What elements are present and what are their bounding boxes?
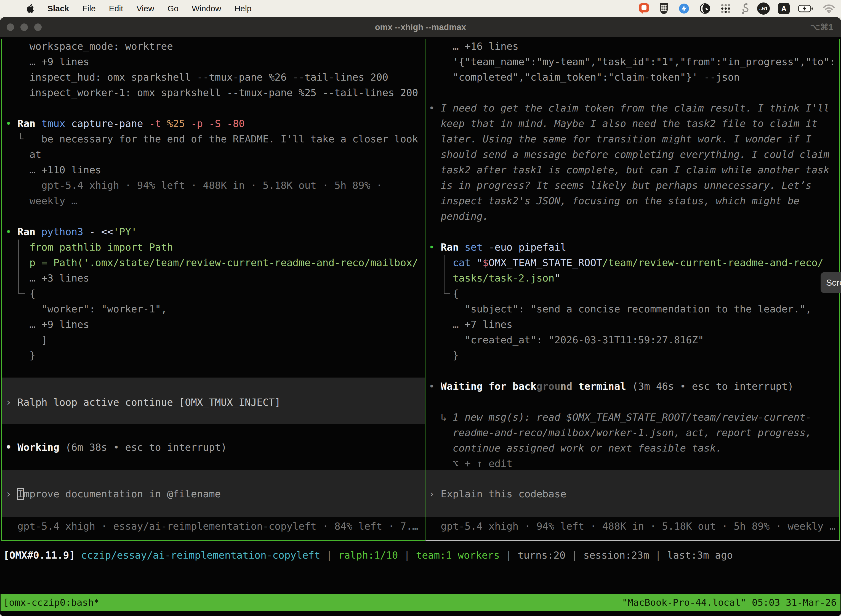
thinking-text: task2 after task1 is complete, but can I…	[429, 162, 835, 178]
text-segment: nd	[560, 381, 572, 392]
usage-stats: gpt-5.4 xhigh · 94% left · 488K in · 5.1…	[6, 178, 418, 193]
text-segment: |	[649, 550, 667, 561]
text-segment: ]	[6, 334, 47, 346]
json-output: ]	[6, 332, 418, 348]
text-segment: 1 new msg(s): read $OMX_TEAM_STATE_ROOT/…	[453, 412, 812, 423]
menu-item-help[interactable]: Help	[234, 4, 252, 13]
keypad-shield-icon[interactable]	[658, 2, 670, 15]
inspect-hud-line: inspect_hud: omx sparkshell --tmux-pane …	[6, 70, 418, 85]
text-segment: … +9 lines	[6, 319, 89, 330]
chat-icon[interactable]	[638, 2, 650, 15]
text-segment: is in progress? It seems likely but perh…	[429, 180, 812, 191]
menu-item-edit[interactable]: Edit	[109, 4, 123, 13]
blank-line	[429, 224, 835, 239]
bullet-icon: •	[429, 242, 441, 253]
input-source-a-icon[interactable]: A	[778, 3, 790, 14]
blank-line	[429, 394, 835, 409]
battery-charging-icon[interactable]	[798, 4, 814, 13]
collapsed-lines: … +7 lines	[429, 317, 835, 332]
dark-crescent-icon[interactable]	[699, 2, 711, 15]
prompt-input[interactable]: › Improve documentation in @filename	[6, 486, 221, 502]
text-segment: inspect task2's JSON, focusing on the st…	[429, 195, 800, 207]
wifi-icon[interactable]	[822, 4, 835, 13]
left-status-line: gpt-5.4 xhigh · essay/ai-reimplementatio…	[6, 519, 418, 534]
json-payload: '{"team_name":"my-team","task_id":"1","f…	[429, 54, 835, 70]
tree-corner-icon: └	[6, 133, 41, 145]
text-segment: python3	[41, 226, 89, 238]
text-segment: -S	[209, 118, 227, 129]
text-segment: {	[6, 288, 35, 299]
blank-line	[429, 85, 835, 100]
text-segment: be necessary for the end of the README. …	[41, 133, 418, 145]
collapsed-lines: … +9 lines	[6, 317, 418, 332]
usage-stats: weekly …	[6, 193, 418, 209]
text-segment: $	[483, 257, 489, 268]
text-segment: task2 after task1 is complete, but can I…	[429, 164, 829, 176]
menu-item-file[interactable]: File	[82, 4, 95, 13]
text-segment: … +9 lines	[6, 56, 89, 67]
text-segment: keep that in mind. Maybe I also need the…	[429, 118, 818, 129]
text-segment: terminal	[572, 381, 632, 392]
text-segment: %25	[167, 118, 191, 129]
tmux-status-bar: [omx-cczip0:bash* "MacBook-Pro-44.local"…	[0, 594, 841, 611]
thinking-text: • I need to get the claim token from the…	[429, 100, 835, 116]
text-segment: Ralph loop active continue [OMX_TMUX_INJ…	[18, 397, 281, 408]
bullet-icon: •	[429, 103, 441, 114]
blank-line	[429, 363, 835, 378]
prompt-suggestion[interactable]: › Explain this codebase	[429, 486, 567, 502]
text-segment: "	[554, 273, 560, 284]
text-segment: inspect_worker-1: omx sparkshell --tmux-…	[6, 87, 418, 98]
text-segment: from pathlib import Path	[6, 242, 173, 253]
text-segment: weekly …	[6, 195, 77, 207]
window-shortcut-hint: ⌥⌘1	[810, 17, 833, 37]
text-segment: (3m 46s • esc to interrupt)	[632, 381, 794, 392]
tmux-session-name[interactable]: [omx-cczip0:bash*	[3, 594, 99, 611]
text-segment: |	[566, 550, 583, 561]
menu-item-go[interactable]: Go	[167, 4, 179, 13]
json-output: "subject": "send a concise recommendatio…	[429, 301, 835, 317]
prompt-chevron-icon: ›	[6, 488, 18, 500]
json-payload: "completed","claim_token":"claim-token"}…	[429, 70, 835, 85]
text-segment: -t	[149, 118, 167, 129]
pane-divider[interactable]	[425, 39, 425, 540]
omx-session-status: [OMX#0.11.9] cczip/essay/ai-reimplementa…	[3, 547, 733, 563]
text-segment: readme-and-reco/mailbox/worker-1.json, a…	[429, 427, 812, 438]
text-segment: Ran	[441, 242, 464, 253]
ran-tmux-command: • Ran tmux capture-pane -t %25 -p -S -80	[6, 116, 418, 131]
dots-grid-icon[interactable]	[719, 3, 732, 15]
text-segment: "created_at": "2026-03-31T11:59:27.816Z"	[429, 334, 704, 346]
thinking-text: later. Using the same for transition mig…	[429, 131, 835, 147]
pane-border-bottom-left	[1, 540, 425, 541]
terminal-window: omx --xhigh --madmax ⌥⌘1 workspace_mode:…	[0, 17, 841, 616]
text-segment: last:3m ago	[667, 550, 733, 561]
count-badge[interactable]: ..61	[757, 3, 770, 15]
prompt-suggestion: › Explain this codebase	[429, 486, 567, 502]
ralph-loop-banner: › Ralph loop active continue [OMX_TMUX_I…	[6, 395, 281, 410]
bullet-icon: •	[429, 381, 441, 392]
window-title: omx --xhigh --madmax	[0, 17, 841, 37]
text-segment: turns:20	[518, 550, 566, 561]
blue-bolt-badge-icon[interactable]	[678, 2, 690, 15]
text-segment: [OMX#0.11.9]	[3, 550, 81, 561]
text-segment: gpt-5.4 xhigh · 94% left · 488K in · 5.1…	[429, 521, 835, 532]
text-segment: … +16 lines	[429, 41, 519, 52]
text-segment: Ran	[18, 226, 41, 238]
command-output: └ be necessary for the end of the README…	[6, 131, 418, 147]
text-segment: OMX_TEAM_STATE_ROOT	[489, 257, 602, 268]
apple-menu-icon[interactable]	[26, 4, 34, 13]
text-segment: at	[6, 149, 41, 160]
menu-item-view[interactable]: View	[136, 4, 154, 13]
menu-item-window[interactable]: Window	[192, 4, 221, 13]
tmux-host-clock: "MacBook-Pro-44.local" 05:03 31-Mar-26	[622, 594, 837, 611]
prompt-chevron-icon: ›	[429, 488, 441, 500]
window-titlebar[interactable]: omx --xhigh --madmax ⌥⌘1	[0, 17, 841, 37]
text-segment: grou	[536, 381, 560, 392]
cat-command: cat "$OMX_TEAM_STATE_ROOT/team/review-cu…	[429, 255, 835, 270]
text-segment: (6m 38s • esc to interrupt)	[65, 441, 227, 453]
text-segment: "completed","claim_token":"claim-token"}…	[429, 72, 740, 83]
menu-item-slack[interactable]: Slack	[47, 4, 69, 13]
text-segment: set	[464, 242, 489, 253]
s-curve-icon[interactable]	[740, 2, 749, 15]
bullet-icon: •	[6, 118, 18, 129]
arrow-down-right-icon: ↳	[429, 412, 453, 423]
